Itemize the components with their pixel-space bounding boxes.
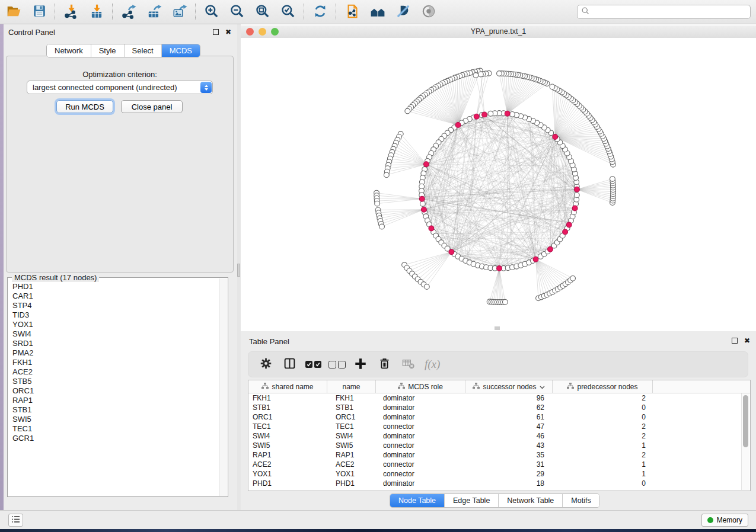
mcds-result-item[interactable]: TEC1 — [12, 424, 219, 434]
column-header-mcds-role[interactable]: MCDS role — [376, 380, 465, 393]
network-window-titlebar[interactable]: YPA_prune.txt_1 — [241, 25, 756, 39]
mcds-result-item[interactable]: ORC1 — [12, 386, 219, 396]
mcds-result-item[interactable]: SWI5 — [12, 415, 219, 424]
tab-node-table[interactable]: Node Table — [390, 494, 445, 507]
close-panel-icon[interactable]: ✖ — [225, 29, 231, 35]
mcds-result-item[interactable]: SWI4 — [12, 329, 219, 339]
column-header-predecessor-nodes[interactable]: predecessor nodes — [553, 380, 653, 393]
column-header-name[interactable]: name — [327, 380, 376, 393]
close-panel-icon[interactable]: ✖ — [744, 338, 750, 344]
import-table-button[interactable] — [88, 4, 105, 20]
table-row[interactable]: ACE2ACE2connector311 — [248, 460, 742, 469]
search-box[interactable] — [577, 5, 751, 19]
deselect-all-button[interactable] — [330, 357, 344, 371]
mcds-result-item[interactable]: PMA2 — [12, 348, 219, 358]
mcds-result-item[interactable]: STB1 — [12, 405, 219, 415]
table-scrollbar[interactable] — [741, 393, 749, 490]
mcds-result-scrollbar[interactable] — [219, 278, 227, 496]
network-canvas[interactable] — [241, 38, 756, 331]
table-row[interactable]: YOX1YOX1connector291 — [248, 469, 742, 479]
tab-select[interactable]: Select — [125, 44, 162, 57]
dominator-node[interactable] — [572, 206, 578, 211]
table-scrollbar-thumb[interactable] — [743, 395, 748, 447]
tab-mcds[interactable]: MCDS — [162, 44, 200, 57]
mcds-result-item[interactable]: TID3 — [12, 310, 219, 320]
dominator-node[interactable] — [424, 162, 429, 167]
export-network-button[interactable] — [120, 4, 137, 20]
mcds-result-item[interactable]: GCR1 — [12, 434, 219, 443]
optimization-criterion-select[interactable]: largest connected component (undirected) — [27, 81, 213, 94]
dominator-node[interactable] — [449, 249, 454, 255]
zoom-in-button[interactable] — [203, 4, 220, 20]
mcds-result-item[interactable]: FKH1 — [12, 358, 219, 367]
tab-edge-table[interactable]: Edge Table — [445, 494, 499, 507]
table-row[interactable]: ORC1ORC1dominator610 — [248, 412, 742, 422]
dominator-node[interactable] — [553, 134, 558, 140]
tab-network[interactable]: Network — [47, 44, 91, 57]
table-row[interactable]: STB1STB1dominator620 — [248, 403, 742, 412]
horizontal-splitter-handle[interactable] — [495, 326, 500, 330]
tab-network-table[interactable]: Network Table — [499, 494, 563, 507]
close-panel-button[interactable]: Close panel — [121, 100, 183, 113]
dominator-node[interactable] — [505, 111, 510, 116]
window-close-button[interactable] — [246, 28, 254, 36]
dominator-node[interactable] — [566, 222, 572, 227]
mcds-result-item[interactable]: PHD1 — [12, 282, 219, 291]
show-columns-button[interactable] — [282, 357, 296, 371]
table-row[interactable]: RAP1RAP1dominator352 — [248, 450, 742, 460]
export-table-button[interactable] — [146, 4, 162, 20]
refresh-button[interactable] — [312, 4, 328, 20]
table-row[interactable]: FKH1FKH1dominator962 — [248, 393, 742, 403]
task-history-button[interactable] — [8, 514, 23, 527]
zoom-out-button[interactable] — [229, 4, 245, 20]
mcds-result-item[interactable]: CAR1 — [12, 291, 219, 301]
dominator-node[interactable] — [419, 196, 425, 201]
table-row[interactable]: SWI5SWI5connector431 — [248, 441, 742, 450]
mcds-result-item[interactable]: RAP1 — [12, 396, 219, 405]
search-network-button[interactable] — [369, 4, 386, 20]
hide-graphics-details-button[interactable] — [395, 4, 412, 20]
delete-column-button[interactable] — [377, 357, 391, 371]
save-session-button[interactable] — [31, 4, 47, 20]
table-row[interactable]: SWI4SWI4dominator462 — [248, 431, 742, 441]
zoom-fit-button[interactable] — [254, 4, 271, 20]
select-all-button[interactable] — [306, 357, 320, 371]
splitter-handle[interactable] — [237, 264, 240, 277]
table-row[interactable]: PHD1PHD1dominator180 — [248, 479, 742, 488]
search-input[interactable] — [592, 7, 747, 17]
column-header-shared-name[interactable]: shared name — [248, 380, 327, 393]
dominator-node[interactable] — [421, 207, 426, 212]
dominator-node[interactable] — [497, 266, 502, 271]
open-file-button[interactable] — [5, 4, 22, 20]
mcds-result-item[interactable]: STP4 — [12, 301, 219, 310]
dominator-node[interactable] — [563, 229, 568, 235]
run-mcds-button[interactable]: Run MCDS — [56, 100, 113, 113]
table-settings-button[interactable] — [259, 357, 273, 371]
mcds-result-item[interactable]: ACE2 — [12, 367, 219, 377]
float-panel-icon[interactable] — [213, 29, 219, 35]
tab-style[interactable]: Style — [91, 44, 125, 57]
add-column-button[interactable] — [353, 357, 368, 371]
dominator-node[interactable] — [429, 226, 434, 231]
share-document-button[interactable] — [344, 4, 361, 20]
window-maximize-button[interactable] — [271, 28, 279, 36]
column-header-successor-nodes[interactable]: successor nodes — [465, 380, 553, 393]
import-network-button[interactable] — [63, 4, 79, 20]
zoom-selected-button[interactable] — [280, 4, 296, 20]
table-row[interactable]: TEC1TEC1connector472 — [248, 422, 742, 431]
dominator-node[interactable] — [533, 257, 538, 262]
tab-motifs[interactable]: Motifs — [563, 494, 599, 507]
mcds-result-item[interactable]: STB5 — [12, 377, 219, 386]
dominator-node[interactable] — [455, 123, 461, 128]
show-graphics-details-button[interactable] — [420, 4, 437, 20]
mcds-result-item[interactable]: SRD1 — [12, 339, 219, 348]
float-panel-icon[interactable] — [732, 338, 738, 344]
mcds-result-item[interactable]: YOX1 — [12, 320, 219, 329]
memory-button[interactable]: Memory — [701, 514, 748, 527]
dominator-node[interactable] — [575, 187, 580, 192]
dominator-node[interactable] — [548, 246, 553, 252]
window-minimize-button[interactable] — [259, 28, 266, 36]
dominator-node[interactable] — [474, 114, 479, 119]
dominator-node[interactable] — [482, 112, 487, 117]
export-image-button[interactable] — [171, 4, 188, 20]
